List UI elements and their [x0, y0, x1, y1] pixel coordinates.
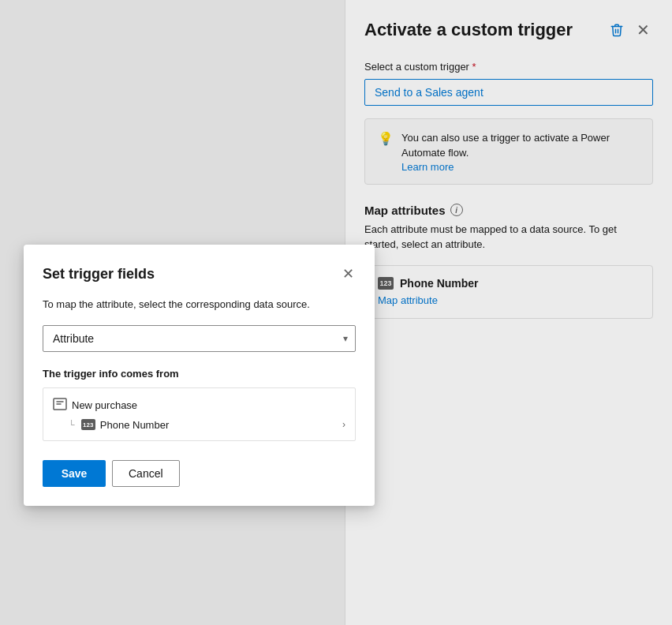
new-purchase-label: New purchase [72, 399, 137, 411]
set-trigger-fields-modal: Set trigger fields ✕ To map the attribut… [24, 245, 375, 506]
modal-description: To map the attribute, select the corresp… [43, 297, 356, 312]
tree-connector-icon: └ [69, 420, 75, 429]
chevron-right-icon: › [342, 419, 345, 430]
attribute-select-wrapper: Attribute ▾ [43, 325, 356, 352]
new-purchase-icon [53, 398, 67, 413]
cancel-button[interactable]: Cancel [112, 460, 180, 487]
attribute-select[interactable]: Attribute [43, 325, 356, 352]
tree-row-child[interactable]: └ 123 Phone Number › [69, 416, 345, 434]
phone-number-label: Phone Number [100, 419, 169, 431]
trigger-tree: New purchase └ 123 Phone Number › [43, 387, 356, 441]
tree-row-parent: New purchase [53, 395, 345, 416]
modal-header: Set trigger fields ✕ [43, 264, 356, 284]
modal-close-button[interactable]: ✕ [341, 264, 356, 284]
trigger-info-label: The trigger info comes from [43, 368, 356, 380]
save-button[interactable]: Save [43, 460, 106, 487]
phone-number-type-icon: 123 [81, 419, 95, 430]
modal-close-icon: ✕ [342, 265, 354, 283]
modal-actions: Save Cancel [43, 460, 356, 487]
modal-title: Set trigger fields [43, 266, 155, 283]
